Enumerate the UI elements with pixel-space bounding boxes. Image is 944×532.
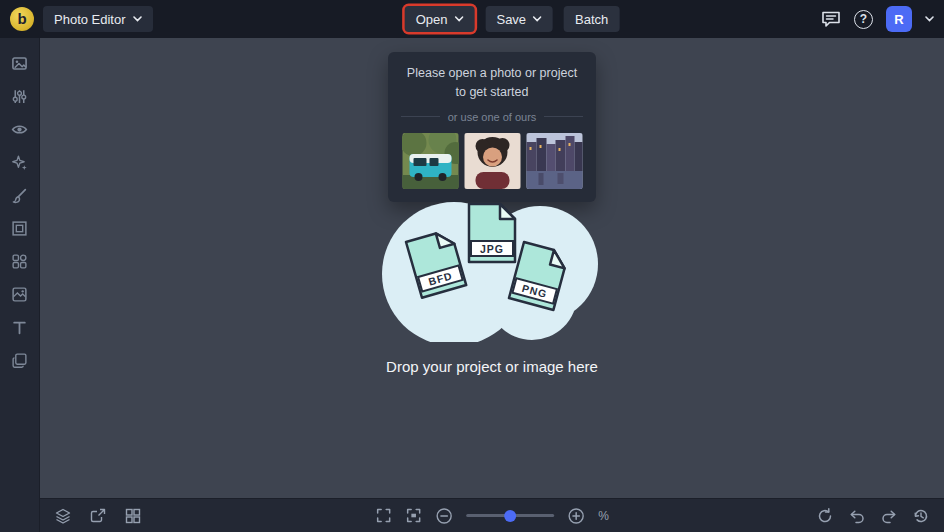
chevron-down-icon [454,16,463,22]
topbar-center: Open Save Batch [405,6,620,32]
user-avatar[interactable]: R [886,6,912,32]
logo-letter: b [17,7,26,31]
bottombar-right [816,507,930,525]
van-photo-thumbnail [402,133,459,189]
open-label: Open [416,12,448,27]
chevron-down-icon [133,16,142,22]
layers-stack-icon [54,507,72,525]
plus-circle-icon [567,507,585,525]
drop-zone-label: Drop your project or image here [386,358,598,375]
fit-screen-icon [405,507,422,524]
main-area: Please open a photo or project to get st… [0,38,944,532]
sample-photo-portrait[interactable] [464,133,521,189]
redo-icon [880,507,898,525]
minus-circle-icon [435,507,453,525]
zoom-slider-thumb[interactable] [504,510,516,522]
file-icon-jpg: JPG [469,204,515,262]
account-menu-button[interactable] [925,16,934,22]
popup-divider: or use one of ours [401,111,583,123]
feedback-button[interactable] [821,10,841,28]
canvas[interactable]: Please open a photo or project to get st… [40,38,944,498]
redo-button[interactable] [880,507,898,525]
sample-photo-canal[interactable] [526,133,583,189]
frame-icon [11,220,28,237]
history-clock-icon [912,507,930,525]
tools-sidebar [0,38,40,532]
app-switcher-button[interactable]: Photo Editor [43,6,153,32]
topbar: b Photo Editor Open Save Batch [0,0,944,38]
zoom-out-button[interactable] [435,507,453,525]
bottombar: % [40,498,944,532]
sidebar-tool-text[interactable] [3,312,37,342]
sidebar-tool-overlays[interactable] [3,279,37,309]
help-glyph: ? [860,12,867,26]
grid-icon [11,253,28,270]
export-icon [89,507,107,525]
zoom-percent-label: % [598,509,609,523]
drop-zone[interactable]: BFD PNG JPG [372,190,612,375]
sidebar-tool-graphics[interactable] [3,246,37,276]
layers-panel-button[interactable] [54,507,72,525]
sample-photo-van[interactable] [402,133,459,189]
bottombar-left [54,507,142,525]
app-switcher-label: Photo Editor [54,12,126,27]
photo-editor-app: b Photo Editor Open Save Batch [0,0,944,532]
popup-divider-label: or use one of ours [448,111,537,123]
chevron-down-icon [925,16,934,22]
portrait-photo-thumbnail [464,133,521,189]
comment-icon [821,10,841,28]
eye-icon [11,121,28,138]
templates-button[interactable] [124,507,142,525]
sidebar-tool-touchup[interactable] [3,114,37,144]
sparkle-icon [11,154,28,171]
history-button[interactable] [912,507,930,525]
photo-icon [11,55,28,72]
batch-button[interactable]: Batch [564,6,619,32]
brush-icon [11,187,28,204]
layers-icon [11,352,28,369]
reset-button[interactable] [816,507,834,525]
open-button[interactable]: Open [405,6,475,32]
fullscreen-icon [375,507,392,524]
help-button[interactable]: ? [854,10,873,29]
sidebar-tool-adjust[interactable] [3,81,37,111]
save-label: Save [496,12,526,27]
undo-icon [848,507,866,525]
rotate-icon [816,507,834,525]
canal-photo-thumbnail [526,133,583,189]
sidebar-tool-edit[interactable] [3,48,37,78]
topbar-right: ? R [821,6,934,32]
fit-screen-button[interactable] [405,507,422,524]
export-button[interactable] [89,507,107,525]
zoom-controls: % [375,507,609,525]
app-logo[interactable]: b [10,7,34,31]
chevron-down-icon [533,16,542,22]
file-types-illustration: BFD PNG JPG [372,190,612,342]
sidebar-tool-artsy[interactable] [3,180,37,210]
sidebar-tool-effects[interactable] [3,147,37,177]
right-column: Please open a photo or project to get st… [40,38,944,532]
avatar-initial: R [894,12,903,27]
sliders-icon [11,88,28,105]
sample-photos [401,133,583,189]
topbar-left: b Photo Editor [10,6,153,32]
fullscreen-button[interactable] [375,507,392,524]
batch-label: Batch [575,12,608,27]
zoom-in-button[interactable] [567,507,585,525]
onboarding-popup: Please open a photo or project to get st… [388,52,596,202]
jpg-label: JPG [480,243,504,255]
zoom-slider[interactable] [466,509,554,523]
undo-button[interactable] [848,507,866,525]
grid-squares-icon [124,507,142,525]
overlay-icon [11,286,28,303]
help-icon: ? [854,10,873,29]
sidebar-tool-layers[interactable] [3,345,37,375]
save-button[interactable]: Save [485,6,553,32]
popup-message: Please open a photo or project to get st… [401,64,583,102]
text-icon [11,319,28,336]
sidebar-tool-frames[interactable] [3,213,37,243]
